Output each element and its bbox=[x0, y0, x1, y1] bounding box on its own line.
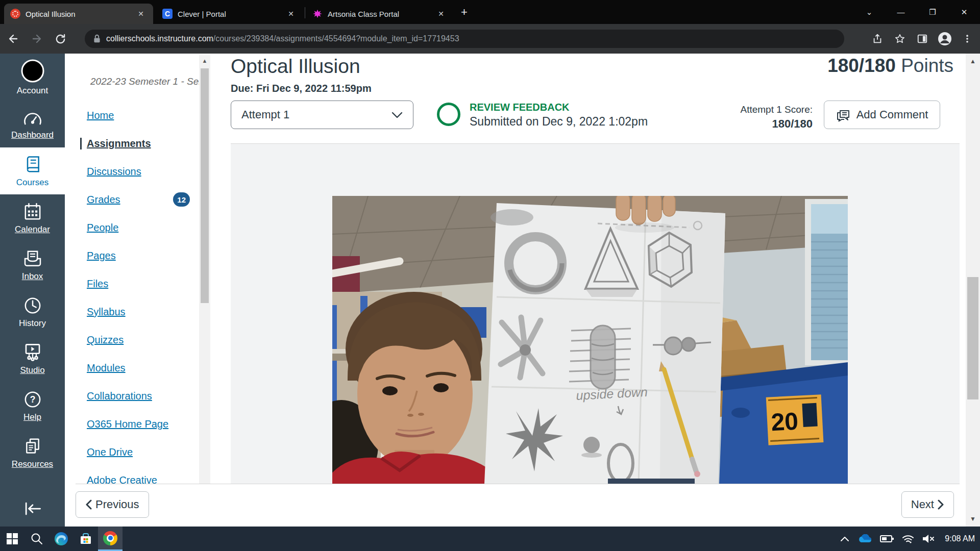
add-comment-button[interactable]: Add Comment bbox=[824, 101, 940, 129]
course-nav-home[interactable]: Home bbox=[87, 110, 199, 121]
tab-close-icon[interactable]: ✕ bbox=[135, 9, 147, 19]
forward-button[interactable] bbox=[27, 29, 47, 49]
sidebar-item-courses[interactable]: Courses bbox=[0, 147, 65, 194]
side-panel-icon[interactable] bbox=[914, 30, 931, 47]
points-display: 180/180 Points bbox=[827, 55, 953, 77]
attempt-dropdown[interactable]: Attempt 1 bbox=[231, 101, 413, 129]
taskbar-search-button[interactable] bbox=[24, 527, 49, 551]
account-avatar-icon bbox=[20, 59, 45, 83]
course-nav-adobe[interactable]: Adobe Creative bbox=[87, 474, 199, 484]
sidebar-item-history[interactable]: History bbox=[0, 288, 65, 335]
course-nav-modules[interactable]: Modules bbox=[87, 362, 199, 374]
taskbar-store-button[interactable] bbox=[74, 527, 98, 551]
taskbar-chrome-button[interactable] bbox=[98, 527, 122, 551]
sidebar-item-dashboard[interactable]: Dashboard bbox=[0, 101, 65, 147]
chevron-left-icon bbox=[85, 499, 92, 510]
scrollbar-thumb[interactable] bbox=[967, 277, 978, 399]
onedrive-cloud-icon[interactable] bbox=[857, 534, 872, 544]
course-nav-discussions[interactable]: Discussions bbox=[87, 166, 199, 178]
resources-pages-icon bbox=[22, 436, 43, 457]
course-nav-o365[interactable]: O365 Home Page bbox=[87, 418, 199, 430]
window-chrome-menu-icon[interactable]: ⌄ bbox=[853, 0, 885, 24]
course-nav-quizzes[interactable]: Quizzes bbox=[87, 334, 199, 346]
tab-title: Clever | Portal bbox=[178, 10, 226, 18]
collapse-arrow-icon bbox=[21, 500, 44, 517]
wifi-icon[interactable] bbox=[902, 534, 914, 544]
new-tab-button[interactable]: + bbox=[461, 7, 468, 18]
course-nav-files[interactable]: Files bbox=[87, 278, 199, 290]
battery-icon[interactable] bbox=[880, 534, 894, 543]
next-button[interactable]: Next bbox=[901, 491, 954, 518]
submission-photo[interactable]: 20 bbox=[332, 196, 848, 484]
tab-optical-illusion[interactable]: Optical Illusion ✕ bbox=[4, 4, 153, 24]
course-nav-grades[interactable]: Grades12 bbox=[87, 194, 199, 206]
back-button[interactable] bbox=[3, 29, 23, 49]
lock-icon[interactable] bbox=[93, 34, 101, 43]
module-sequence-footer: Previous Next bbox=[76, 484, 960, 484]
sidebar-item-account[interactable]: Account bbox=[0, 54, 65, 101]
chrome-icon bbox=[103, 531, 117, 545]
course-nav-assignments[interactable]: Assignments bbox=[80, 138, 199, 149]
reload-button[interactable] bbox=[50, 29, 70, 49]
tab-close-icon[interactable]: ✕ bbox=[435, 9, 447, 19]
sidebar-item-help[interactable]: ? Help bbox=[0, 382, 65, 429]
profile-avatar[interactable] bbox=[936, 30, 953, 47]
attempt-score: Attempt 1 Score: 180/180 bbox=[740, 104, 813, 131]
start-button[interactable] bbox=[0, 527, 24, 551]
comment-bubbles-icon bbox=[836, 108, 850, 121]
url-host: collierschools.instructure.com bbox=[106, 34, 213, 43]
course-nav-pages[interactable]: Pages bbox=[87, 250, 199, 262]
page-title: Optical Illusion bbox=[231, 55, 360, 78]
due-date: Due: Fri Dec 9, 2022 11:59pm bbox=[231, 83, 372, 94]
sidebar-item-resources[interactable]: Resources bbox=[0, 429, 65, 476]
course-nav-people[interactable]: People bbox=[87, 222, 199, 234]
chevron-right-icon bbox=[937, 499, 944, 510]
sidebar-item-calendar[interactable]: Calendar bbox=[0, 194, 65, 241]
course-nav-collaborations[interactable]: Collaborations bbox=[87, 390, 199, 402]
tab-close-icon[interactable]: ✕ bbox=[285, 9, 297, 19]
speaker-muted-icon[interactable] bbox=[922, 534, 935, 544]
dashboard-gauge-icon bbox=[22, 108, 43, 128]
url-text: collierschools.instructure.com/courses/2… bbox=[106, 34, 459, 43]
tab-artsonia-portal[interactable]: Artsonia Class Portal ✕ bbox=[306, 4, 453, 24]
scrollbar-thumb[interactable] bbox=[201, 68, 209, 303]
submitted-timestamp: Submitted on Dec 9, 2022 1:02pm bbox=[470, 115, 648, 129]
chevron-down-icon bbox=[391, 108, 403, 121]
help-question-icon: ? bbox=[22, 389, 43, 410]
tray-overflow-chevron-icon[interactable] bbox=[840, 536, 849, 542]
scroll-down-arrow[interactable]: ▼ bbox=[966, 512, 980, 525]
course-nav: 2022-23 Semester 1 - Sem... Home Assignm… bbox=[65, 54, 199, 484]
window-restore-button[interactable]: ❐ bbox=[917, 0, 948, 24]
sidebar-item-inbox[interactable]: Inbox bbox=[0, 241, 65, 288]
url-path: /courses/239384/assignments/4554694?modu… bbox=[213, 34, 459, 43]
browser-tab-strip: Optical Illusion ✕ C Clever | Portal ✕ A… bbox=[0, 0, 980, 24]
clever-favicon-icon: C bbox=[162, 9, 173, 19]
bookmark-star-icon[interactable] bbox=[891, 30, 909, 47]
taskbar-edge-button[interactable] bbox=[49, 527, 74, 551]
assignment-main: Optical Illusion 180/180 Points Due: Fri… bbox=[231, 54, 960, 484]
course-nav-syllabus[interactable]: Syllabus bbox=[87, 306, 199, 318]
course-nav-scrollbar[interactable]: ▲ bbox=[199, 55, 210, 484]
grades-count-badge: 12 bbox=[173, 192, 190, 207]
system-tray: 9:08 AM bbox=[840, 527, 975, 551]
windows-taskbar: 9:08 AM bbox=[0, 527, 980, 551]
previous-button[interactable]: Previous bbox=[76, 491, 149, 518]
page-scrollbar[interactable]: ▲ ▼ bbox=[966, 54, 980, 527]
artsonia-favicon-icon bbox=[312, 9, 323, 19]
scroll-up-arrow[interactable]: ▲ bbox=[199, 55, 210, 66]
taskbar-clock[interactable]: 9:08 AM bbox=[945, 534, 975, 543]
course-nav-onedrive[interactable]: One Drive bbox=[87, 446, 199, 458]
address-bar[interactable]: collierschools.instructure.com/courses/2… bbox=[85, 30, 844, 48]
canvas-lms-page: Account Dashboard Courses Calendar Inbox… bbox=[0, 54, 980, 527]
studio-video-icon bbox=[22, 342, 43, 363]
collapse-nav-button[interactable] bbox=[0, 500, 65, 517]
window-close-button[interactable]: ✕ bbox=[948, 0, 980, 24]
sidebar-item-studio[interactable]: Studio bbox=[0, 335, 65, 382]
scroll-up-arrow[interactable]: ▲ bbox=[966, 55, 980, 68]
browser-menu-kebab-icon[interactable] bbox=[959, 30, 976, 47]
tab-clever-portal[interactable]: C Clever | Portal ✕ bbox=[156, 4, 303, 24]
window-minimize-button[interactable]: — bbox=[885, 0, 917, 24]
tab-title: Optical Illusion bbox=[26, 10, 76, 18]
share-icon[interactable] bbox=[869, 30, 886, 47]
submission-status: REVIEW FEEDBACK Submitted on Dec 9, 2022… bbox=[470, 102, 648, 129]
